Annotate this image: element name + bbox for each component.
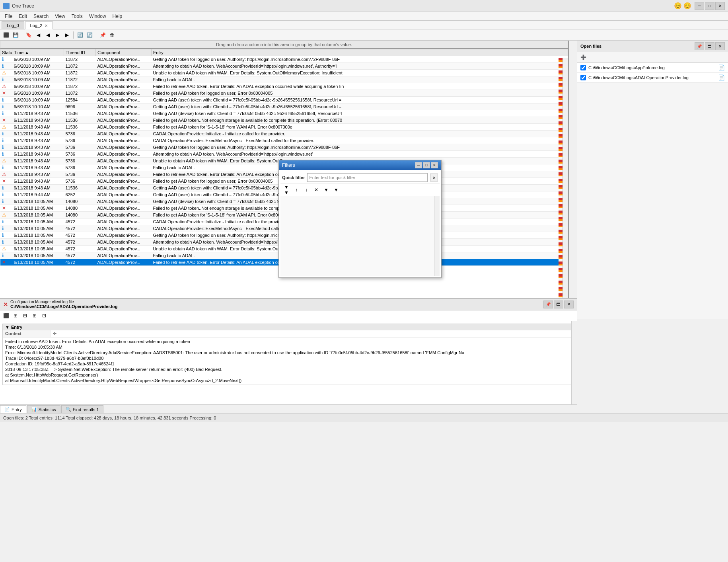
prop-btn-1[interactable]: ⬛ xyxy=(2,311,10,320)
file-checkbox-0[interactable] xyxy=(580,65,586,70)
col-header-time[interactable]: Time ▲ xyxy=(12,49,64,56)
minimize-button[interactable]: ─ xyxy=(695,2,704,10)
menu-tools[interactable]: Tools xyxy=(68,13,86,20)
col-header-entry[interactable]: Entry xyxy=(152,49,568,56)
entry-context-row: Context ✛ xyxy=(3,330,574,338)
menu-view[interactable]: View xyxy=(52,13,68,20)
prop-float-button[interactable]: 🗔 xyxy=(554,301,563,308)
row-status: ℹ xyxy=(0,164,12,171)
prop-pin-button[interactable]: 📌 xyxy=(543,301,553,308)
row-component: ADALOperationProv... xyxy=(96,158,152,164)
filter-btn-4[interactable]: ✕ xyxy=(312,185,321,194)
right-pin-button[interactable]: 📌 xyxy=(695,42,704,50)
log-table-row[interactable]: ℹ 6/11/2018 9:43 AM 5736 ADALOperationPr… xyxy=(0,137,568,144)
filter-btn-1[interactable]: ▼ ▼ xyxy=(282,185,291,194)
log-table-row[interactable]: ⚠ 6/11/2018 9:43 AM 11536 ADALOperationP… xyxy=(0,124,568,131)
right-close-button[interactable]: ✕ xyxy=(715,42,725,50)
log-table-row[interactable]: ℹ 6/6/2018 10:09 AM 12584 ADALOperationP… xyxy=(0,97,568,103)
properties-content[interactable]: ▼ Entry Context ✛ Failed to retrieve AAD… xyxy=(0,321,577,405)
menu-file[interactable]: File xyxy=(2,13,16,20)
toolbar-btn-bookmark[interactable]: 🔖 xyxy=(24,31,33,39)
log-table-row[interactable]: ℹ 6/6/2018 10:09 AM 11872 ADALOperationP… xyxy=(0,76,568,83)
file-checkbox-1[interactable] xyxy=(580,75,586,80)
log-table-row[interactable]: ℹ 6/6/2018 10:09 AM 11872 ADALOperationP… xyxy=(0,56,568,63)
log-table-row[interactable]: ℹ 6/6/2018 10:10 AM 9696 ADALOperationPr… xyxy=(0,103,568,110)
tab-close-icon[interactable]: ✕ xyxy=(45,23,48,28)
log-table-row[interactable]: ℹ 6/11/2018 9:43 AM 5736 ADALOperationPr… xyxy=(0,131,568,137)
log-table-row[interactable]: ✕ 6/6/2018 10:09 AM 11872 ADALOperationP… xyxy=(0,90,568,97)
menu-window[interactable]: Window xyxy=(86,13,109,20)
toolbar-btn-refresh1[interactable]: 🔄 xyxy=(76,31,84,39)
filter-btn-5[interactable]: ▼ xyxy=(322,185,331,194)
filter-scrollbar[interactable] xyxy=(434,196,440,276)
toolbar-btn-pin[interactable]: 📌 xyxy=(98,31,107,39)
quick-filter-clear-btn[interactable]: ✕ xyxy=(430,174,438,181)
log-table-row[interactable]: ⚠ 6/6/2018 10:09 AM 11872 ADALOperationP… xyxy=(0,70,568,76)
menu-help[interactable]: Help xyxy=(109,13,126,20)
right-panel: Open files 📌 🗔 ✕ ➕ C:\Windows\CCM\Logs\A… xyxy=(577,41,728,319)
tab-statistics[interactable]: 📊 Statistics xyxy=(27,405,60,413)
maximize-button[interactable]: □ xyxy=(705,2,714,10)
col-header-thread[interactable]: Thread ID xyxy=(64,49,96,56)
toolbar-btn-2[interactable]: 💾 xyxy=(11,31,20,39)
log-table-row[interactable]: ℹ 6/11/2018 9:43 AM 5736 ADALOperationPr… xyxy=(0,144,568,151)
row-component: ADALOperationProv... xyxy=(96,63,152,70)
log-table-row[interactable]: ⚠ 6/6/2018 10:09 AM 11872 ADALOperationP… xyxy=(0,83,568,90)
tab-find-results[interactable]: 🔍 Find results 1 xyxy=(61,405,103,413)
log-table-row[interactable]: ℹ 6/11/2018 9:43 AM 11536 ADALOperationP… xyxy=(0,110,568,117)
dialog-close-btn[interactable]: ✕ xyxy=(431,162,438,168)
entry-section-header: ▼ Entry xyxy=(3,324,574,330)
toolbar-btn-prev1[interactable]: ◀ xyxy=(34,31,43,39)
toolbar-btn-next1[interactable]: ▶ xyxy=(53,31,62,39)
col-header-status[interactable]: Status xyxy=(0,49,12,56)
entry-stack2: at Microsoft.IdentityModel.Clients.Activ… xyxy=(5,378,572,383)
row-component: ADALOperationProv... xyxy=(96,232,152,239)
right-float-button[interactable]: 🗔 xyxy=(705,42,714,50)
toolbar-btn-delete[interactable]: 🗑 xyxy=(108,31,117,39)
menu-search[interactable]: Search xyxy=(30,13,52,20)
log-table-row[interactable]: ℹ 6/6/2018 10:09 AM 11872 ADALOperationP… xyxy=(0,63,568,70)
file-list-item[interactable]: C:\Windows\CCM\Logs\ADALOperationProvide… xyxy=(577,73,728,83)
properties-scrollbar[interactable] xyxy=(571,321,577,405)
toolbar-btn-refresh2[interactable]: 🔄 xyxy=(85,31,94,39)
filter-content-area[interactable] xyxy=(280,196,440,276)
properties-header: ✕ Configuration Manager client log file … xyxy=(0,299,577,310)
row-thread: 4572 xyxy=(64,246,96,252)
filter-btn-2[interactable]: ↑ xyxy=(292,185,301,194)
tab-log0[interactable]: Log_0 xyxy=(2,21,24,29)
vertical-scrollbar[interactable] xyxy=(563,58,568,308)
toolbar-btn-prev2[interactable]: ◀ xyxy=(43,31,52,39)
col-header-component[interactable]: Component xyxy=(96,49,152,56)
row-status: ℹ xyxy=(0,232,12,239)
prop-close-button[interactable]: ✕ xyxy=(564,301,574,308)
row-time: 6/11/2018 9:43 AM xyxy=(12,164,64,171)
tab-entry[interactable]: 📄 Entry xyxy=(0,405,26,413)
toolbar-sep-3 xyxy=(96,31,96,39)
prop-btn-2[interactable]: ⊞ xyxy=(11,311,20,320)
quick-filter-input[interactable] xyxy=(307,173,428,182)
row-status: ℹ xyxy=(0,198,12,205)
log-table-row[interactable]: ✕ 6/11/2018 9:43 AM 11536 ADALOperationP… xyxy=(0,117,568,124)
row-component: ADALOperationProv... xyxy=(96,117,152,124)
toolbar-btn-next2[interactable]: ▶ xyxy=(62,31,71,39)
main-layout: Drag and drop a column into this area to… xyxy=(0,41,728,422)
row-entry: Attempting to obtain AAD token. WebAccou… xyxy=(152,151,568,158)
filter-btn-3[interactable]: ↓ xyxy=(302,185,311,194)
filter-btn-6[interactable]: ▼ xyxy=(332,185,341,194)
row-thread: 14080 xyxy=(64,212,96,219)
dialog-minimize-btn[interactable]: ─ xyxy=(415,162,422,168)
log-table-row[interactable]: ℹ 6/11/2018 9:43 AM 5736 ADALOperationPr… xyxy=(0,151,568,158)
row-component: ADALOperationProv... xyxy=(96,70,152,76)
close-button[interactable]: ✕ xyxy=(715,2,725,10)
prop-btn-5[interactable]: ⊡ xyxy=(40,311,49,320)
prop-btn-4[interactable]: ⊞ xyxy=(30,311,39,320)
toolbar-btn-1[interactable]: ⬛ xyxy=(2,31,10,39)
right-add-button[interactable]: ➕ xyxy=(579,53,588,62)
prop-btn-3[interactable]: ⊟ xyxy=(21,311,29,320)
file-list-item[interactable]: C:\Windows\CCM\Logs\AppEnforce.log 📄 xyxy=(577,63,728,73)
row-time: 6/13/2018 10:05 AM xyxy=(12,246,64,252)
tab-log2[interactable]: Log_2 ✕ xyxy=(25,21,53,29)
menu-edit[interactable]: Edit xyxy=(16,13,30,20)
dialog-maximize-btn[interactable]: □ xyxy=(423,162,430,168)
file-icon-0: 📄 xyxy=(718,64,725,71)
